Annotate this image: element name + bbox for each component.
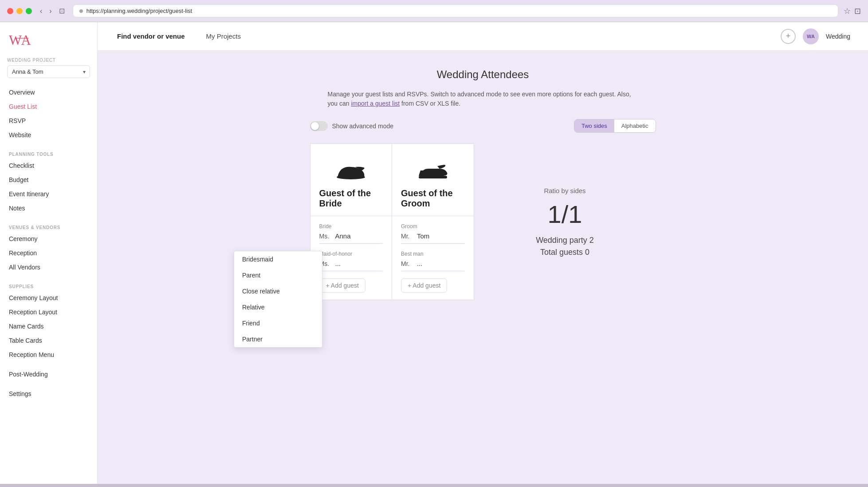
top-nav: Find vendor or venue My Projects + WA We…	[98, 22, 868, 51]
project-section: WEDDING PROJECT Anna & Tom	[0, 58, 97, 85]
nav-buttons: ‹ › ⊡	[37, 6, 67, 16]
app: W A WEDDING PROJECT Anna & Tom Overview …	[0, 22, 868, 484]
nav-planning-tools: PLANNING TOOLS Checklist Budget Event It…	[0, 147, 97, 215]
bride-column-body: Bride Ms. Anna Maid-of-honor Ms. ...	[310, 216, 392, 300]
project-select-wrapper[interactable]: Anna & Tom	[7, 65, 90, 78]
nav-supplies: SUPPLIES Ceremony Layout Reception Layou…	[0, 280, 97, 362]
view-two-sides-button[interactable]: Two sides	[574, 119, 614, 132]
sidebar-item-notes[interactable]: Notes	[0, 201, 97, 215]
sidebar-item-budget[interactable]: Budget	[0, 173, 97, 187]
minimize-button[interactable]	[16, 8, 23, 14]
url-text: https://planning.wedding/project/guest-l…	[86, 8, 192, 14]
dropdown-item-friend[interactable]: Friend	[234, 315, 322, 331]
sidebar-item-ceremony[interactable]: Ceremony	[0, 232, 97, 246]
sidebar-item-event-itinerary[interactable]: Event Itinerary	[0, 187, 97, 201]
dropdown-item-close-relative[interactable]: Close relative	[234, 283, 322, 299]
groom-column-header: Guest of the Groom	[392, 144, 474, 216]
guest-section: Guest of the Bride Bride Ms. Anna Maid-o…	[310, 143, 656, 300]
nav-main: Overview Guest List RSVP Website	[0, 85, 97, 142]
groom-role-label: Groom	[401, 223, 465, 230]
forward-button[interactable]: ›	[47, 6, 54, 16]
sidebar-item-name-cards[interactable]: Name Cards	[0, 319, 97, 333]
advanced-mode-toggle-row: Show advanced mode	[310, 121, 394, 131]
app-logo: W A	[9, 31, 35, 49]
bestman-name[interactable]: ...	[417, 260, 465, 267]
toggle-label-text: Show advanced mode	[332, 123, 394, 130]
browser-chrome: ‹ › ⊡ https://planning.wedding/project/g…	[0, 0, 868, 22]
dropdown-item-parent[interactable]: Parent	[234, 267, 322, 283]
project-select[interactable]: Anna & Tom	[7, 65, 90, 78]
nav-settings: Settings	[0, 387, 97, 401]
bookmark-button[interactable]: ☆	[844, 6, 851, 16]
bride-name[interactable]: Anna	[335, 232, 383, 240]
import-link[interactable]: import a guest list	[351, 100, 400, 107]
sidebar-item-overview[interactable]: Overview	[0, 85, 97, 99]
svg-rect-4	[419, 176, 447, 178]
groom-name[interactable]: Tom	[417, 232, 465, 240]
bride-add-guest-button[interactable]: + Add guest	[319, 278, 365, 293]
main-content: Find vendor or venue My Projects + WA We…	[98, 22, 868, 484]
tab-button[interactable]: ⊡	[56, 6, 67, 16]
add-project-button[interactable]: +	[781, 29, 796, 44]
maximize-button[interactable]	[26, 8, 32, 14]
ratio-value: 1/1	[548, 200, 582, 229]
bride-add-guest-label: + Add guest	[326, 282, 359, 289]
top-nav-find-vendor[interactable]: Find vendor or venue	[115, 32, 187, 40]
dropdown-item-bridesmaid[interactable]: Bridesmaid	[234, 251, 322, 267]
page-description: Manage your guest lists and RSVPs. Switc…	[328, 90, 638, 108]
controls-row: Show advanced mode Two sides Alphabetic	[310, 119, 656, 133]
back-button[interactable]: ‹	[37, 6, 45, 16]
view-alphabetic-button[interactable]: Alphabetic	[614, 119, 656, 132]
bride-column-title: Guest of the Bride	[319, 188, 383, 209]
fullscreen-button[interactable]: ⊡	[854, 6, 861, 16]
traffic-lights	[7, 8, 32, 14]
dropdown-item-partner[interactable]: Partner	[234, 331, 322, 347]
sidebar: W A WEDDING PROJECT Anna & Tom Overview …	[0, 22, 98, 484]
browser-actions: ☆ ⊡	[844, 6, 861, 16]
page-title: Wedding Attendees	[115, 68, 850, 81]
sidebar-item-checklist[interactable]: Checklist	[0, 158, 97, 173]
venues-vendors-label: VENUES & VENDORS	[0, 221, 97, 232]
sidebar-item-website[interactable]: Website	[0, 128, 97, 142]
groom-honorific: Mr.	[401, 233, 413, 240]
sidebar-item-guest-list[interactable]: Guest List	[0, 99, 97, 114]
security-icon	[79, 9, 83, 13]
add-guest-dropdown: Bridesmaid Parent Close relative Relativ…	[234, 251, 322, 348]
sidebar-item-reception[interactable]: Reception	[0, 246, 97, 260]
sidebar-item-reception-menu[interactable]: Reception Menu	[0, 348, 97, 362]
sidebar-item-table-cards[interactable]: Table Cards	[0, 333, 97, 348]
url-bar[interactable]: https://planning.wedding/project/guest-l…	[73, 4, 838, 17]
plus-icon: +	[786, 32, 791, 41]
planning-tools-label: PLANNING TOOLS	[0, 147, 97, 158]
sidebar-item-rsvp[interactable]: RSVP	[0, 114, 97, 128]
sidebar-item-all-vendors[interactable]: All Vendors	[0, 260, 97, 274]
sidebar-item-reception-layout[interactable]: Reception Layout	[0, 305, 97, 319]
bestman-role-label: Best man	[401, 251, 465, 257]
user-name[interactable]: Wedding	[826, 33, 850, 40]
bride-role-label: Bride	[319, 223, 383, 230]
sidebar-item-post-wedding[interactable]: Post-Wedding	[0, 367, 97, 381]
supplies-label: SUPPLIES	[0, 280, 97, 291]
user-avatar[interactable]: WA	[803, 28, 819, 44]
guest-columns: Guest of the Bride Bride Ms. Anna Maid-o…	[310, 143, 474, 300]
groom-input-row: Mr. Tom	[401, 232, 465, 244]
bestman-honorific: Mr.	[401, 260, 413, 267]
party-size: Wedding party 2	[536, 236, 594, 245]
bride-input-row: Ms. Anna	[319, 232, 383, 244]
top-nav-my-projects[interactable]: My Projects	[204, 32, 243, 40]
sidebar-item-ceremony-layout[interactable]: Ceremony Layout	[0, 291, 97, 305]
bride-shoe-icon	[333, 157, 369, 184]
total-guests: Total guests 0	[540, 248, 589, 257]
groom-column-body: Groom Mr. Tom Best man Mr. ...	[392, 216, 474, 300]
advanced-mode-toggle[interactable]	[310, 121, 328, 131]
close-button[interactable]	[7, 8, 13, 14]
groom-add-guest-label: + Add guest	[408, 282, 440, 289]
svg-point-3	[337, 175, 365, 179]
moh-name[interactable]: ...	[335, 260, 383, 267]
bestman-input-row: Mr. ...	[401, 260, 465, 271]
dropdown-item-relative[interactable]: Relative	[234, 299, 322, 315]
groom-add-guest-button[interactable]: + Add guest	[401, 278, 447, 293]
project-label: WEDDING PROJECT	[7, 58, 90, 63]
guest-list-columns: Guest of the Bride Bride Ms. Anna Maid-o…	[310, 143, 474, 300]
sidebar-item-settings[interactable]: Settings	[0, 387, 97, 401]
